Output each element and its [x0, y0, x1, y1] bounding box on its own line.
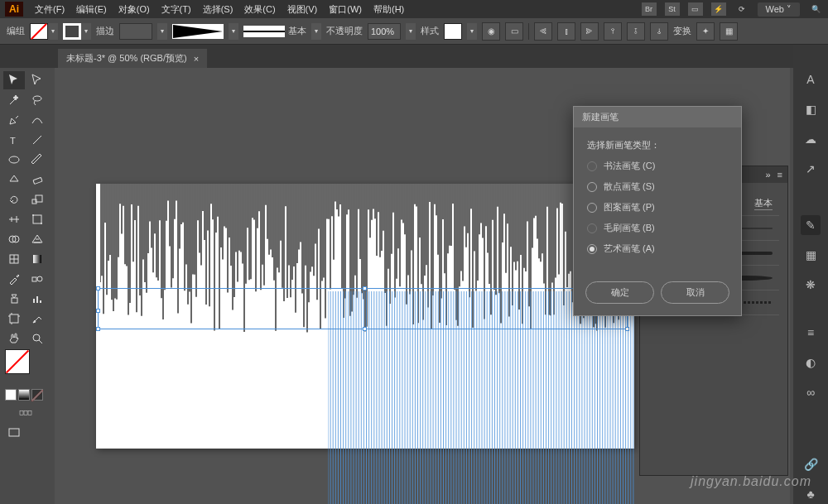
radio-pattern[interactable]: 图案画笔 (P) — [587, 201, 728, 214]
selection-bounding-box[interactable] — [98, 288, 628, 329]
panel-expand-icon[interactable]: » — [765, 170, 770, 180]
gradient-tool[interactable] — [26, 250, 48, 268]
properties-panel-icon[interactable]: A — [801, 70, 821, 89]
shape-builder-tool[interactable] — [3, 230, 25, 248]
symbol-sprayer-tool[interactable] — [3, 290, 25, 308]
libraries-panel-icon[interactable]: ☁ — [801, 129, 821, 149]
recolor-button[interactable]: ◉ — [482, 22, 500, 41]
width-tool[interactable] — [3, 210, 25, 228]
menu-object[interactable]: 对象(O) — [118, 3, 150, 16]
workspace-selector[interactable]: Web ˅ — [758, 2, 800, 17]
type-tool[interactable]: T — [3, 131, 25, 149]
stock-icon[interactable]: St — [665, 2, 680, 16]
menu-effect[interactable]: 效果(C) — [244, 3, 275, 16]
links-panel-icon[interactable]: 🔗 — [801, 454, 821, 474]
swatches-panel-icon[interactable]: ▦ — [801, 245, 821, 265]
transform-label[interactable]: 变换 — [673, 25, 691, 37]
rotate-tool[interactable] — [3, 190, 25, 209]
style-dd[interactable]: ▾ — [467, 23, 477, 40]
arrange-icon[interactable]: ▭ — [688, 2, 703, 16]
paintbrush-tool[interactable] — [26, 151, 48, 169]
artboard-tool[interactable] — [3, 310, 25, 328]
brush-preview[interactable] — [243, 26, 285, 37]
menu-select[interactable]: 选择(S) — [203, 3, 233, 16]
menu-window[interactable]: 窗口(W) — [329, 3, 362, 16]
layers-panel-icon[interactable]: ◧ — [801, 99, 821, 119]
free-transform-tool[interactable] — [26, 210, 48, 228]
brush-dd[interactable]: ▾ — [311, 23, 321, 40]
search-icon[interactable]: 🔍 — [808, 2, 823, 16]
stroke-panel-icon[interactable]: ≡ — [801, 323, 821, 343]
arrow-dd[interactable]: ▾ — [229, 23, 238, 40]
cc-panel-icon[interactable]: ∞ — [801, 382, 821, 402]
isolate-button[interactable]: ✦ — [696, 22, 715, 41]
sync-icon[interactable]: ⟳ — [734, 2, 749, 16]
menu-view[interactable]: 视图(V) — [287, 3, 318, 16]
draw-normal-button[interactable] — [3, 404, 48, 422]
align-top-button[interactable]: ⫯ — [604, 22, 622, 41]
edit-button[interactable]: ▦ — [720, 22, 738, 41]
perspective-tool[interactable] — [26, 230, 48, 248]
direct-selection-tool[interactable] — [26, 71, 48, 89]
selection-tool[interactable] — [3, 71, 25, 89]
align-bottom-button[interactable]: ⫰ — [650, 22, 668, 41]
symbols-panel-icon[interactable]: ❋ — [801, 275, 821, 295]
slice-tool[interactable] — [26, 310, 48, 328]
brushes-panel-icon[interactable]: ✎ — [801, 215, 821, 235]
document-tab[interactable]: 未标题-3* @ 50% (RGB/预览) × — [58, 49, 207, 68]
menu-file[interactable]: 文件(F) — [35, 3, 65, 16]
hand-tool[interactable] — [3, 329, 25, 348]
align-right-button[interactable]: ⫸ — [580, 22, 599, 41]
style-swatch[interactable] — [444, 23, 462, 40]
menu-edit[interactable]: 编辑(E) — [76, 3, 107, 16]
align-vcenter-button[interactable]: ⫱ — [627, 22, 645, 41]
curvature-tool[interactable] — [26, 111, 48, 129]
ok-button[interactable]: 确定 — [585, 281, 654, 304]
bridge-icon[interactable]: Br — [642, 2, 657, 16]
scale-tool[interactable] — [26, 190, 48, 209]
ellipse-tool[interactable] — [3, 151, 25, 169]
eyedropper-tool[interactable] — [3, 270, 25, 288]
screen-mode-button[interactable] — [3, 424, 25, 442]
align-left-button[interactable]: ⫷ — [534, 22, 552, 41]
dialog-titlebar[interactable]: 新建画笔 — [574, 107, 741, 127]
blend-tool[interactable] — [26, 270, 48, 288]
pen-tool[interactable] — [3, 111, 25, 129]
lasso-tool[interactable] — [26, 91, 48, 109]
export-panel-icon[interactable]: ↗ — [801, 159, 821, 179]
opacity-input[interactable]: 100% — [368, 23, 401, 40]
zoom-tool[interactable] — [26, 329, 48, 348]
svg-rect-20 — [10, 314, 18, 323]
stroke-weight-dd[interactable]: ▾ — [157, 23, 167, 40]
mesh-tool[interactable] — [3, 250, 25, 268]
svg-point-15 — [37, 276, 42, 281]
align-hcenter-button[interactable]: ⫿ — [557, 22, 575, 41]
stroke-swatch[interactable] — [63, 23, 81, 40]
magic-wand-tool[interactable] — [3, 91, 25, 109]
color-panel-icon[interactable]: ◐ — [801, 353, 821, 372]
line-tool[interactable] — [26, 131, 48, 149]
color-mode-row[interactable] — [3, 389, 48, 402]
shaper-tool[interactable] — [3, 170, 25, 189]
column-graph-tool[interactable] — [26, 290, 48, 308]
style-label: 样式 — [421, 25, 439, 37]
stroke-dropdown[interactable]: ▾ — [81, 23, 91, 40]
opacity-dd[interactable]: ▾ — [406, 23, 416, 40]
svg-line-2 — [33, 136, 41, 144]
arrowhead-preview[interactable] — [173, 25, 223, 38]
svg-rect-14 — [32, 277, 36, 281]
eraser-tool[interactable] — [26, 170, 48, 189]
fill-swatch[interactable] — [30, 23, 48, 40]
tab-close-button[interactable]: × — [194, 54, 199, 64]
radio-scatter[interactable]: 散点画笔 (S) — [587, 180, 728, 193]
cancel-button[interactable]: 取消 — [661, 281, 729, 304]
stroke-weight-input[interactable] — [119, 23, 152, 40]
panel-menu-icon[interactable]: ≡ — [777, 170, 782, 180]
fill-stroke-indicator[interactable] — [3, 349, 48, 387]
menu-help[interactable]: 帮助(H) — [373, 3, 404, 16]
radio-art[interactable]: 艺术画笔 (A) — [587, 242, 728, 255]
align-button[interactable]: ▭ — [505, 22, 523, 41]
menu-type[interactable]: 文字(T) — [161, 3, 191, 16]
fill-dropdown[interactable]: ▾ — [48, 23, 58, 40]
gpu-icon[interactable]: ⚡ — [711, 2, 726, 16]
